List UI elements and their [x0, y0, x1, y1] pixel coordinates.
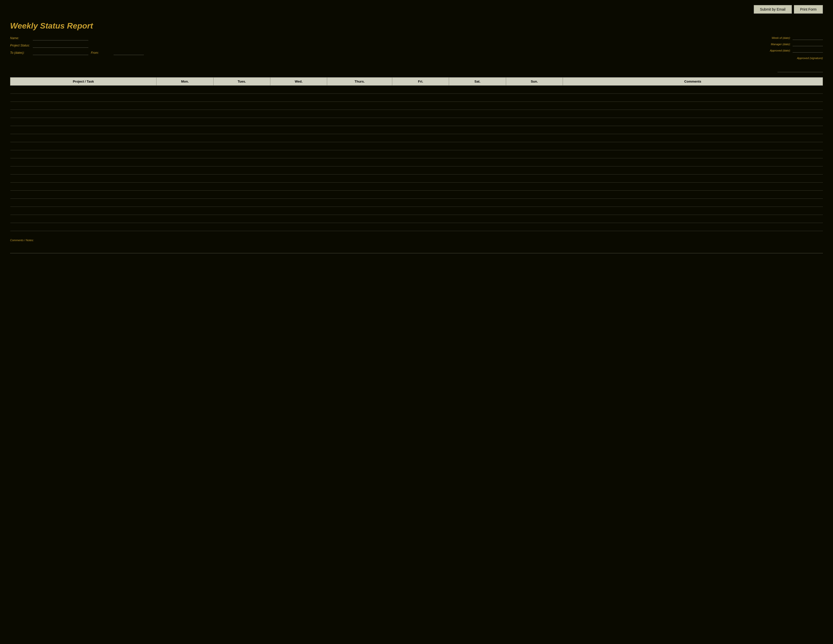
table-cell-input[interactable]: [450, 153, 505, 156]
table-cell-input[interactable]: [11, 145, 156, 148]
table-cell-input[interactable]: [214, 161, 269, 164]
table-cell-input[interactable]: [328, 88, 391, 91]
table-cell-input[interactable]: [564, 137, 822, 140]
table-cell-input[interactable]: [393, 153, 448, 156]
table-cell-input[interactable]: [271, 161, 326, 164]
table-cell-input[interactable]: [11, 201, 156, 204]
table-cell-input[interactable]: [11, 96, 156, 99]
from-input[interactable]: [114, 50, 144, 55]
table-cell-input[interactable]: [393, 177, 448, 180]
table-cell-input[interactable]: [507, 113, 562, 116]
table-cell-input[interactable]: [271, 145, 326, 148]
table-cell-input[interactable]: [393, 137, 448, 140]
table-cell-input[interactable]: [450, 177, 505, 180]
table-cell-input[interactable]: [11, 169, 156, 172]
footer-comments-textarea[interactable]: [10, 243, 823, 253]
name-input[interactable]: [33, 35, 88, 40]
table-cell-input[interactable]: [507, 88, 562, 91]
print-form-button[interactable]: Print Form: [794, 5, 823, 14]
table-cell-input[interactable]: [271, 193, 326, 196]
table-cell-input[interactable]: [271, 153, 326, 156]
table-cell-input[interactable]: [564, 217, 822, 221]
table-cell-input[interactable]: [564, 225, 822, 229]
table-cell-input[interactable]: [507, 185, 562, 188]
table-cell-input[interactable]: [214, 177, 269, 180]
table-cell-input[interactable]: [507, 153, 562, 156]
table-cell-input[interactable]: [328, 104, 391, 107]
table-cell-input[interactable]: [271, 177, 326, 180]
table-cell-input[interactable]: [11, 104, 156, 107]
table-cell-input[interactable]: [328, 129, 391, 132]
table-cell-input[interactable]: [214, 96, 269, 99]
table-cell-input[interactable]: [564, 201, 822, 204]
table-cell-input[interactable]: [450, 169, 505, 172]
table-cell-input[interactable]: [158, 113, 212, 116]
table-cell-input[interactable]: [271, 96, 326, 99]
table-cell-input[interactable]: [214, 113, 269, 116]
table-cell-input[interactable]: [507, 209, 562, 213]
table-cell-input[interactable]: [328, 121, 391, 124]
table-cell-input[interactable]: [158, 217, 212, 221]
table-cell-input[interactable]: [564, 96, 822, 99]
table-cell-input[interactable]: [11, 153, 156, 156]
table-cell-input[interactable]: [507, 177, 562, 180]
table-cell-input[interactable]: [11, 88, 156, 91]
table-cell-input[interactable]: [214, 129, 269, 132]
table-cell-input[interactable]: [11, 177, 156, 180]
table-cell-input[interactable]: [214, 88, 269, 91]
table-cell-input[interactable]: [564, 169, 822, 172]
table-cell-input[interactable]: [450, 225, 505, 229]
table-cell-input[interactable]: [393, 193, 448, 196]
table-cell-input[interactable]: [214, 145, 269, 148]
table-cell-input[interactable]: [507, 129, 562, 132]
table-cell-input[interactable]: [507, 217, 562, 221]
table-cell-input[interactable]: [214, 169, 269, 172]
table-cell-input[interactable]: [328, 137, 391, 140]
table-cell-input[interactable]: [158, 137, 212, 140]
table-cell-input[interactable]: [214, 104, 269, 107]
table-cell-input[interactable]: [158, 201, 212, 204]
table-cell-input[interactable]: [158, 153, 212, 156]
table-cell-input[interactable]: [450, 193, 505, 196]
table-cell-input[interactable]: [450, 217, 505, 221]
table-cell-input[interactable]: [507, 96, 562, 99]
table-cell-input[interactable]: [507, 169, 562, 172]
table-cell-input[interactable]: [564, 161, 822, 164]
table-cell-input[interactable]: [564, 121, 822, 124]
table-cell-input[interactable]: [564, 185, 822, 188]
table-cell-input[interactable]: [393, 185, 448, 188]
table-cell-input[interactable]: [564, 153, 822, 156]
table-cell-input[interactable]: [11, 121, 156, 124]
table-cell-input[interactable]: [11, 129, 156, 132]
table-cell-input[interactable]: [158, 129, 212, 132]
table-cell-input[interactable]: [158, 161, 212, 164]
table-cell-input[interactable]: [214, 137, 269, 140]
table-cell-input[interactable]: [11, 137, 156, 140]
table-cell-input[interactable]: [214, 121, 269, 124]
table-cell-input[interactable]: [564, 193, 822, 196]
table-cell-input[interactable]: [158, 96, 212, 99]
table-cell-input[interactable]: [393, 96, 448, 99]
table-cell-input[interactable]: [393, 104, 448, 107]
table-cell-input[interactable]: [450, 88, 505, 91]
submit-email-button[interactable]: Submit by Email: [754, 5, 792, 14]
table-cell-input[interactable]: [328, 145, 391, 148]
table-cell-input[interactable]: [158, 177, 212, 180]
table-cell-input[interactable]: [328, 193, 391, 196]
table-cell-input[interactable]: [158, 169, 212, 172]
table-cell-input[interactable]: [393, 225, 448, 229]
table-cell-input[interactable]: [11, 209, 156, 213]
table-cell-input[interactable]: [271, 209, 326, 213]
table-cell-input[interactable]: [393, 113, 448, 116]
table-cell-input[interactable]: [158, 185, 212, 188]
table-cell-input[interactable]: [393, 145, 448, 148]
table-cell-input[interactable]: [328, 201, 391, 204]
table-cell-input[interactable]: [214, 201, 269, 204]
table-cell-input[interactable]: [507, 121, 562, 124]
table-cell-input[interactable]: [158, 121, 212, 124]
table-cell-input[interactable]: [328, 225, 391, 229]
table-cell-input[interactable]: [450, 161, 505, 164]
table-cell-input[interactable]: [158, 225, 212, 229]
table-cell-input[interactable]: [328, 96, 391, 99]
table-cell-input[interactable]: [507, 161, 562, 164]
